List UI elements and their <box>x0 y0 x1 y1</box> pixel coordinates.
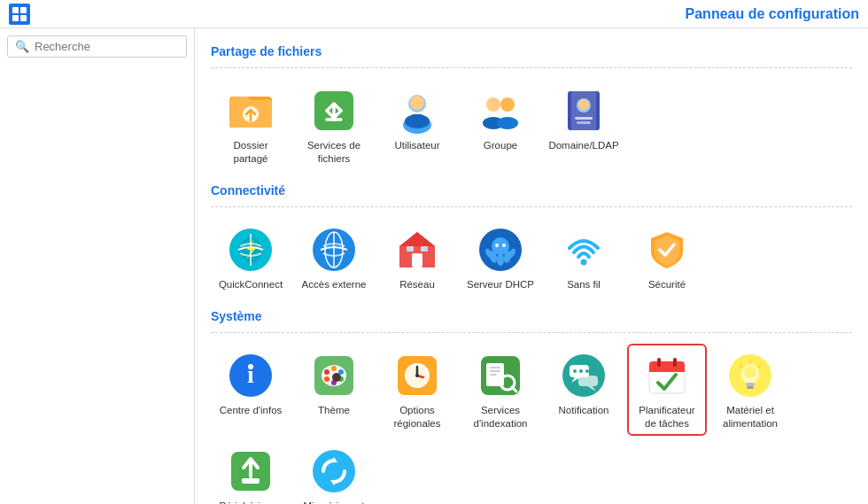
label-quickconnect: QuickConnect <box>219 278 283 291</box>
icon-acces-externe <box>311 227 357 273</box>
svg-rect-30 <box>412 253 422 268</box>
svg-rect-64 <box>490 370 500 372</box>
svg-point-48 <box>324 369 329 375</box>
item-theme[interactable]: Thème <box>294 344 374 436</box>
item-reseau[interactable]: Réseau <box>377 218 457 297</box>
item-acces-externe[interactable]: Accès externe <box>294 218 374 297</box>
icon-dossier-partage <box>228 88 274 134</box>
icon-centre-infos: i <box>228 353 274 399</box>
label-materiel-alimentation: Matériel et alimentation <box>716 404 785 430</box>
icon-utilisateur <box>394 88 440 134</box>
svg-rect-79 <box>657 358 661 367</box>
item-dossier-partage[interactable]: Dossier partagé <box>211 79 291 171</box>
svg-rect-65 <box>490 374 497 376</box>
svg-point-16 <box>497 117 518 129</box>
search-input[interactable] <box>35 40 179 53</box>
svg-rect-63 <box>490 367 500 368</box>
item-quickconnect[interactable]: QuickConnect <box>211 218 291 297</box>
icon-notification <box>561 353 607 399</box>
app-logo <box>9 4 30 25</box>
icon-quickconnect <box>228 227 274 273</box>
svg-point-13 <box>486 97 500 112</box>
label-planificateur-taches: Planificateur de tâches <box>632 404 701 430</box>
svg-rect-22 <box>577 121 591 124</box>
page-title: Panneau de configuration <box>686 6 859 22</box>
label-mise-a-jour: Mise à jour et restauration <box>299 500 368 504</box>
label-serveur-dhcp: Serveur DHCP <box>467 278 534 291</box>
svg-point-14 <box>500 97 515 112</box>
grid-partage: Dossier partagé Services de fichiers <box>211 79 852 171</box>
icon-theme <box>311 353 357 399</box>
label-reseau: Réseau <box>399 278 435 291</box>
svg-marker-29 <box>399 232 435 246</box>
grid-connectivite: QuickConnect Accès externe <box>211 218 852 297</box>
icon-mise-a-jour <box>311 448 357 494</box>
label-groupe: Groupe <box>484 139 517 152</box>
svg-point-85 <box>744 366 756 378</box>
svg-point-42 <box>581 259 587 265</box>
svg-point-91 <box>313 450 355 492</box>
item-serveur-dhcp[interactable]: Serveur DHCP <box>461 218 540 297</box>
svg-rect-3 <box>20 15 27 21</box>
label-services-fichiers: Services de fichiers <box>299 139 368 166</box>
label-theme: Thème <box>318 404 350 417</box>
svg-point-41 <box>502 244 506 247</box>
item-mise-a-jour[interactable]: Mise à jour et restauration <box>294 439 374 504</box>
icon-sans-fil <box>561 227 607 273</box>
item-services-indexation[interactable]: Services d'indexation <box>461 344 540 436</box>
svg-rect-74 <box>578 376 598 386</box>
item-domaine-ldap[interactable]: Domaine/LDAP <box>544 79 624 171</box>
icon-domaine-ldap <box>561 88 607 134</box>
item-options-regionales[interactable]: Options régionales <box>377 344 457 436</box>
svg-point-60 <box>415 374 419 377</box>
item-notification[interactable]: Notification <box>544 344 624 436</box>
svg-point-20 <box>578 99 589 110</box>
item-services-fichiers[interactable]: Services de fichiers <box>294 79 374 171</box>
item-planificateur-taches[interactable]: Planificateur de tâches <box>627 344 707 436</box>
icon-planificateur-taches <box>644 353 690 399</box>
label-domaine-ldap: Domaine/LDAP <box>548 139 618 152</box>
sidebar: 🔍 <box>0 28 195 504</box>
icon-materiel-alimentation <box>727 353 773 399</box>
icon-groupe <box>477 88 523 134</box>
item-sans-fil[interactable]: Sans fil <box>544 218 624 297</box>
item-peripheriques-externes[interactable]: Périphériques externes <box>211 439 291 504</box>
svg-point-49 <box>331 366 337 371</box>
section-title-partage: Partage de fichiers <box>211 44 852 58</box>
svg-point-36 <box>497 253 504 266</box>
svg-point-54 <box>332 373 341 382</box>
svg-point-12 <box>405 114 430 128</box>
svg-rect-90 <box>242 478 260 484</box>
item-utilisateur[interactable]: Utilisateur <box>377 79 457 171</box>
svg-point-53 <box>324 376 329 382</box>
label-utilisateur: Utilisateur <box>394 139 439 152</box>
grid-systeme: i Centre d'infos <box>211 344 852 504</box>
svg-point-40 <box>495 244 499 247</box>
svg-rect-84 <box>747 386 754 389</box>
label-dossier-partage: Dossier partagé <box>216 139 285 166</box>
item-groupe[interactable]: Groupe <box>461 79 540 171</box>
label-peripheriques-externes: Périphériques externes <box>216 500 285 504</box>
content-area: Partage de fichiers Dossier <box>195 28 868 504</box>
divider-systeme <box>211 332 852 333</box>
icon-serveur-dhcp <box>477 227 523 273</box>
icon-peripheriques-externes <box>228 448 274 494</box>
svg-point-71 <box>573 369 577 373</box>
icon-services-fichiers <box>311 88 357 134</box>
label-acces-externe: Accès externe <box>302 278 367 291</box>
svg-point-72 <box>579 369 583 373</box>
item-materiel-alimentation[interactable]: Matériel et alimentation <box>710 344 790 436</box>
svg-rect-21 <box>575 117 593 120</box>
svg-rect-0 <box>12 7 19 13</box>
label-notification: Notification <box>559 404 609 417</box>
item-centre-infos[interactable]: i Centre d'infos <box>211 344 291 436</box>
section-title-systeme: Système <box>211 309 852 323</box>
svg-rect-2 <box>12 15 19 21</box>
svg-rect-32 <box>407 246 414 252</box>
svg-point-11 <box>410 96 424 110</box>
icon-services-indexation <box>477 353 523 399</box>
icon-options-regionales <box>394 353 440 399</box>
search-box[interactable]: 🔍 <box>7 35 187 58</box>
divider-partage <box>211 67 852 68</box>
item-securite[interactable]: Sécurité <box>627 218 707 297</box>
